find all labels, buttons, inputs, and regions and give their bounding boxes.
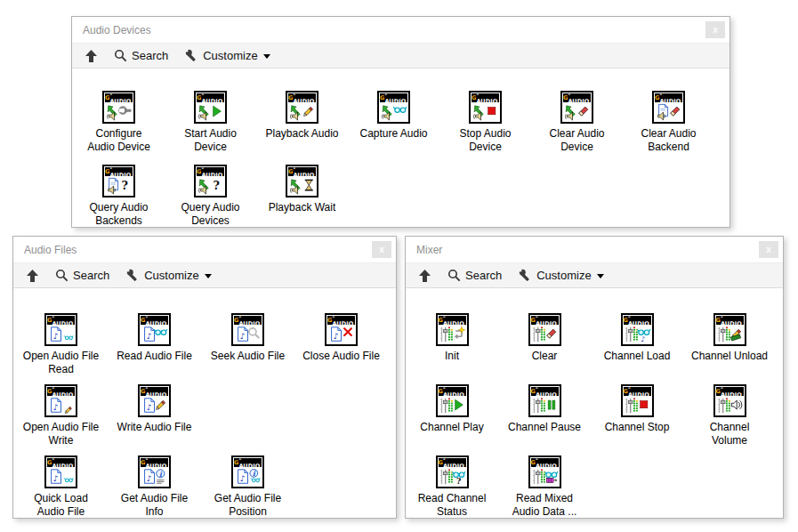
palette-item-label: Read Audio File: [117, 350, 192, 363]
palette-item[interactable]: G-AUDIOClear: [498, 313, 591, 384]
vi-icon[interactable]: G-AUDIO♪: [621, 313, 654, 346]
palette-item[interactable]: G-AUDIOChannel Pause: [498, 384, 591, 455]
palette-row: G-AUDIOInitG-AUDIOClearG-AUDIO♪Channel L…: [406, 313, 783, 384]
vi-icon[interactable]: G-AUDIO: [436, 313, 469, 346]
vi-icon[interactable]: G-AUDIO: [528, 313, 561, 346]
vi-icon[interactable]: G-AUDIO: [621, 384, 654, 417]
vi-icon[interactable]: G-AUDIO♪: [44, 384, 77, 417]
palette-item[interactable]: G-AUDIOPlayback Audio: [256, 91, 348, 165]
palette-item-label: Seek Audio File: [211, 350, 285, 363]
vi-icon[interactable]: G-AUDIO: [436, 384, 469, 417]
search-icon: [114, 49, 127, 62]
icon-brand-banner: G-AUDIO: [105, 167, 133, 176]
icon-art: ♪: [141, 396, 168, 415]
palette-item[interactable]: G-AUDIOChannel Volume: [683, 384, 776, 455]
palette-item[interactable]: G-AUDIO♪Channel Load: [591, 313, 683, 384]
icon-art: [531, 467, 559, 486]
vi-icon[interactable]: G-AUDIO: [528, 384, 561, 417]
vi-icon[interactable]: G-AUDIO♪: [44, 313, 77, 346]
search-button[interactable]: Search: [447, 269, 502, 282]
up-button[interactable]: [419, 270, 431, 282]
icon-art: ?: [105, 176, 133, 195]
palette-item[interactable]: G-AUDIOConfigure Audio Device: [73, 91, 165, 165]
search-label: Search: [465, 269, 502, 282]
palette-item-label: Channel Volume: [710, 421, 750, 447]
svg-text:♪: ♪: [334, 331, 339, 340]
close-button[interactable]: x: [759, 241, 778, 258]
customize-button[interactable]: Customize: [519, 269, 603, 282]
vi-icon[interactable]: G-AUDIO♪: [325, 313, 358, 346]
palette-item[interactable]: G-AUDIOChannel Unload: [683, 313, 776, 384]
palette-item-label: Playback Audio: [265, 127, 338, 141]
icon-art: [563, 102, 591, 121]
palette-item-label: Channel Pause: [508, 421, 581, 434]
palette-item[interactable]: G-AUDIOInit: [406, 313, 498, 384]
palette-item-label: Playback Wait: [269, 201, 336, 214]
icon-art: ♪: [327, 325, 355, 343]
palette-item[interactable]: G-AUDIO♪Write Audio File: [108, 384, 201, 455]
vi-icon[interactable]: G-AUDIO: [560, 91, 593, 124]
palette-item-label: Start Audio Device: [184, 127, 237, 154]
vi-icon[interactable]: G-AUDIO: [377, 91, 410, 124]
palette-item[interactable]: G-AUDIO♪Open Audio File Write: [14, 384, 108, 455]
filedoc-info2-glasses2-icon: ♪i: [234, 468, 262, 486]
icon-brand-banner: G-AUDIO: [472, 93, 499, 102]
palette-item[interactable]: G-AUDIO♪iGet Audio File Position: [201, 455, 294, 527]
palette-item[interactable]: G-AUDIO♪Seek Audio File: [201, 313, 294, 384]
palette-item[interactable]: G-AUDIO♪Close Audio File: [294, 313, 388, 384]
vi-icon[interactable]: G-AUDIO: [528, 455, 561, 488]
palette-item[interactable]: G-AUDIORead Mixed Audio Data ...: [498, 455, 591, 527]
filedoc-magnifier-icon: ♪: [234, 326, 262, 343]
vi-icon[interactable]: G-AUDIO: [652, 91, 685, 124]
vi-icon[interactable]: G-AUDIO♪: [44, 455, 77, 488]
vi-icon[interactable]: G-AUDIO: [286, 165, 318, 197]
palette-item[interactable]: G-AUDIOChannel Play: [406, 384, 498, 455]
titlebar: Audio Files x: [13, 237, 396, 262]
palette-item[interactable]: G-AUDIOStop Audio Device: [439, 91, 531, 165]
mixer-pencil-chip-icon: [716, 326, 744, 343]
palette-item[interactable]: G-AUDIO?Query Audio Backends: [73, 165, 165, 238]
vi-icon[interactable]: G-AUDIO♪: [138, 384, 171, 417]
palette-item[interactable]: G-AUDIOPlayback Wait: [256, 165, 348, 238]
icon-brand-banner: G-AUDIO: [531, 387, 559, 396]
palette-item[interactable]: G-AUDIOStart Audio Device: [165, 91, 256, 165]
search-button[interactable]: Search: [114, 49, 168, 62]
vi-icon[interactable]: G-AUDIO?: [194, 165, 227, 197]
palette-item[interactable]: G-AUDIO♪Read Audio File: [108, 313, 201, 384]
palette-item-label: Write Audio File: [117, 421, 192, 434]
customize-button[interactable]: Customize: [185, 49, 270, 62]
close-button[interactable]: x: [372, 241, 391, 258]
icon-brand-banner: G-AUDIO: [141, 458, 168, 467]
vi-icon[interactable]: G-AUDIO: [713, 384, 746, 417]
palette-item[interactable]: G-AUDIO♪Quick Load Audio File: [14, 455, 108, 527]
customize-button[interactable]: Customize: [126, 269, 211, 282]
vi-icon[interactable]: G-AUDIO?: [436, 455, 469, 488]
palette-item[interactable]: G-AUDIOCapture Audio: [348, 91, 439, 165]
up-button[interactable]: [27, 270, 38, 282]
vi-icon[interactable]: G-AUDIO: [286, 91, 318, 124]
icon-brand-banner: G-AUDIO: [141, 387, 168, 396]
toolbar: Search Customize: [406, 262, 783, 288]
palette-item[interactable]: G-AUDIOClear Audio Device: [531, 91, 623, 165]
backenddoc-question-icon: ?: [105, 177, 133, 195]
palette-item[interactable]: G-AUDIOChannel Stop: [591, 384, 683, 455]
palette-item[interactable]: G-AUDIOClear Audio Backend: [623, 91, 714, 165]
close-button[interactable]: x: [705, 21, 725, 38]
palette-item[interactable]: G-AUDIO?Query Audio Devices: [165, 165, 256, 238]
vi-icon[interactable]: G-AUDIO♪: [138, 313, 171, 346]
palette-item[interactable]: G-AUDIO?Read Channel Status: [406, 455, 498, 527]
icon-art: [439, 325, 466, 343]
up-button[interactable]: [85, 50, 97, 62]
vi-icon[interactable]: G-AUDIO♪i: [231, 455, 264, 488]
vi-icon[interactable]: G-AUDIO: [713, 313, 746, 346]
mixer-play-icon: [439, 397, 466, 415]
palette-item[interactable]: G-AUDIO♪iGet Audio File Info: [108, 455, 201, 527]
vi-icon[interactable]: G-AUDIO: [102, 91, 135, 124]
vi-icon[interactable]: G-AUDIO♪: [231, 313, 264, 346]
vi-icon[interactable]: G-AUDIO?: [102, 165, 135, 197]
palette-item[interactable]: G-AUDIO♪Open Audio File Read: [14, 313, 108, 384]
search-button[interactable]: Search: [55, 269, 109, 282]
vi-icon[interactable]: G-AUDIO♪i: [138, 455, 171, 488]
vi-icon[interactable]: G-AUDIO: [194, 91, 227, 124]
vi-icon[interactable]: G-AUDIO: [469, 91, 502, 124]
